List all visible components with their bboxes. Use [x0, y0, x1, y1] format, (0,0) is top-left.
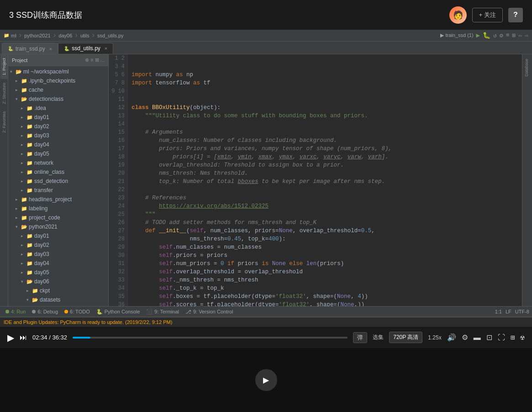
todo-item[interactable]: 6: TODO [62, 308, 93, 315]
help-button[interactable]: ? [508, 8, 523, 22]
play-button[interactable]: ▶ [7, 332, 14, 343]
editor: 1 2 3 4 5 6 7 8 9 10 11 12 13 14 15 16 1… [109, 54, 522, 306]
tree-item[interactable]: ▸📁.idea [8, 104, 108, 113]
danmaku-button[interactable]: 弹 [353, 332, 367, 343]
avatar: 🧑 [449, 6, 467, 24]
progress-bar[interactable] [73, 337, 348, 339]
status-encoding: UTF-8 [515, 309, 529, 314]
tab-train-close[interactable]: × [49, 46, 52, 52]
line-numbers: 1 2 3 4 5 6 7 8 9 10 11 12 13 14 15 16 1… [109, 54, 128, 306]
speed-button[interactable]: 1.25x [428, 334, 441, 341]
tree-item[interactable]: ▸📁transfer [8, 186, 108, 195]
toolbar-icon2[interactable]: ⚙ [500, 32, 503, 39]
ide-container: 📁 ml › python2021 › day06 › utils › ssd_… [0, 30, 532, 326]
tree-item[interactable]: ▸📁day05 [8, 149, 108, 158]
tree-item[interactable]: ▸📁day02 [8, 122, 108, 131]
run-config-label: ▶ train_ssd (1) [440, 32, 473, 38]
video-player: ▶ ⏭ 02:34 / 36:32 弹 选集 720P 高清 1.25x 🔊 ⚙… [0, 326, 532, 412]
page-title: 3 SSD训练商品数据 [9, 10, 82, 21]
sidebar: Project ⊕ ≡ ⊞ ... ▾📂ml ~/workspace/ml▸📁.… [8, 54, 109, 306]
toolbar-icon4[interactable]: ⊞ [512, 32, 516, 39]
tree-item[interactable]: ▸📁day04 [8, 140, 108, 149]
header-bar: 3 SSD训练商品数据 🧑 + 关注 ? [0, 0, 532, 30]
tree-item[interactable]: ▾📂python2021 [8, 222, 108, 231]
path-day06: day06 [58, 33, 72, 38]
tree-item[interactable]: ▸📁project_code [8, 213, 108, 222]
progress-fill [73, 337, 90, 339]
tree-item[interactable]: ▸📁day01 [8, 231, 108, 240]
volume-button[interactable]: 🔊 [447, 333, 456, 342]
select-episodes-button[interactable]: 选集 [373, 334, 384, 341]
notification-bar: IDE and Plugin Updates: PyCharm is ready… [0, 317, 532, 326]
left-tab-project[interactable]: 1: Project [0, 54, 8, 79]
tree-item[interactable]: ▸📁day04 [8, 259, 108, 268]
tree-item[interactable]: ▸📁labeling [8, 204, 108, 213]
notification-text: IDE and Plugin Updates: PyCharm is ready… [4, 319, 172, 325]
path-file: ssd_utils.py [97, 33, 123, 38]
tab-utils-close[interactable]: × [105, 46, 107, 51]
tree-item[interactable]: ▸📁day03 [8, 131, 108, 140]
status-position: 1:1 [495, 309, 502, 314]
status-lf: LF [506, 309, 511, 314]
theater-button[interactable]: ▬ [474, 334, 481, 342]
fullscreen-icon-alt[interactable]: ⊞ [511, 333, 515, 342]
tree-item[interactable]: ▸📁headlines_project [8, 195, 108, 204]
path-python2021: python2021 [24, 33, 51, 38]
tree-item[interactable]: ▸📁online_class [8, 167, 108, 177]
toolbar-icon5[interactable]: ⇦ [518, 32, 522, 39]
tree-item[interactable]: ▸📁day05 [8, 268, 108, 277]
tab-train-ssd[interactable]: 🐍 train_ssd.py × [2, 43, 58, 54]
toolbar-icon1[interactable]: ↺ [493, 32, 497, 39]
path-ml: ml [11, 33, 16, 38]
run-btn[interactable]: ▶ [476, 31, 480, 39]
terminal-item[interactable]: ⬛ 9: Terminal [143, 308, 182, 316]
video-controls: ▶ ⏭ 02:34 / 36:32 弹 选集 720P 高清 1.25x 🔊 ⚙… [0, 326, 532, 348]
time-display: 02:34 / 36:32 [32, 334, 67, 341]
tree-item[interactable]: ▸📁ckpt [8, 286, 108, 295]
toolbar-icon6[interactable]: ⇨ [525, 32, 528, 39]
path-bar: 📁 ml › python2021 › day06 › utils › ssd_… [0, 30, 532, 42]
toolbar-icon3[interactable]: ≡ [506, 32, 510, 39]
left-tab-favorites[interactable]: 2: Favorites [0, 108, 8, 136]
tree-item[interactable]: ▸📁day01 [8, 113, 108, 122]
code-content[interactable]: import numpy as np import tensorflow as … [128, 54, 522, 306]
sidebar-tree: ▾📂ml ~/workspace/ml▸📁.ipynb_checkpoints▸… [8, 66, 108, 306]
run-item[interactable]: 4: Run [3, 308, 28, 315]
left-vertical-tabs: 1: Project Z: Structure 2: Favorites [0, 54, 8, 306]
right-vertical-tabs: Database [522, 54, 532, 306]
pip-button[interactable]: ⊡ [486, 333, 492, 342]
tree-item[interactable]: ▾📂detectionclass [8, 94, 108, 104]
left-tab-structure[interactable]: Z: Structure [0, 79, 8, 108]
tree-item[interactable]: ▸📁ssd_detection [8, 177, 108, 186]
tree-item[interactable]: ▾📂datasets [8, 295, 108, 304]
right-tab-database[interactable]: Database [522, 54, 532, 81]
follow-button[interactable]: + 关注 [472, 8, 503, 22]
run-bar: 4: Run 6: Debug 6: TODO 🐍 Python Console… [0, 306, 532, 317]
tab-ssd-utils[interactable]: 🐍 ssd_utils.py × [58, 43, 113, 54]
console-item[interactable]: 🐍 Python Console [94, 308, 143, 316]
version-item[interactable]: ⎇ 9: Version Control [183, 308, 236, 316]
tree-item[interactable]: ▾📂ml ~/workspace/ml [8, 67, 108, 76]
quality-button[interactable]: 720P 高清 [389, 332, 422, 343]
tree-item[interactable]: ▸📁cache [8, 85, 108, 94]
tree-item[interactable]: ▾📂day06 [8, 277, 108, 286]
continue-play-btn[interactable]: ▶ [255, 369, 277, 391]
fullscreen-button[interactable]: ⛶ [498, 334, 505, 342]
ide-main: 1: Project Z: Structure 2: Favorites Pro… [0, 54, 532, 306]
skip-next-button[interactable]: ⏭ [20, 334, 27, 342]
tree-item[interactable]: ▸📁.ipynb_checkpoints [8, 76, 108, 85]
tree-item[interactable]: ▸📁day02 [8, 240, 108, 250]
video-bottom: ▶ [0, 348, 532, 412]
path-utils: utils [80, 33, 90, 38]
debug-btn[interactable]: 🐛 [483, 31, 490, 39]
tree-item[interactable]: ▸📁network [8, 158, 108, 167]
settings-button[interactable]: ⚙ [462, 333, 468, 342]
debug-item[interactable]: 6: Debug [29, 308, 61, 315]
sidebar-header: Project ⊕ ≡ ⊞ ... [8, 54, 108, 66]
tree-item[interactable]: ▸📁day03 [8, 250, 108, 259]
tab-bar: 🐍 train_ssd.py × 🐍 ssd_utils.py × [0, 42, 532, 54]
extra-icon[interactable]: ☢ [520, 333, 525, 342]
